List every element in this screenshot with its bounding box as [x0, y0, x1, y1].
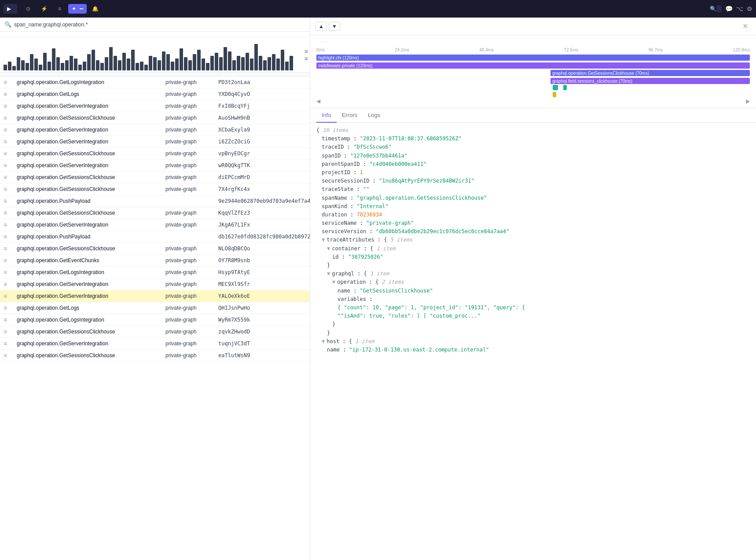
brand-logo[interactable]: ▶	[4, 4, 17, 14]
table-row[interactable]: ≡ graphql.operation.GetLogs private-grap…	[0, 88, 310, 100]
github-icon[interactable]: ⌥	[736, 5, 743, 12]
timeline-axis-label: 48.4ms	[479, 48, 494, 52]
table-row[interactable]: ≡ graphql.operation.GetSessionsClickhous…	[0, 326, 310, 338]
table-row[interactable]: ≡ graphql.operation.GetSessionsClickhous…	[0, 207, 310, 219]
table-row[interactable]: ≡ graphql.operation.GetSessionsClickhous…	[0, 112, 310, 124]
json-line: spanID : "127e0e537bb4461a"	[316, 152, 750, 160]
row-span-name: graphql.operation.GetSessionsClickhouse	[17, 329, 165, 335]
trace-meta	[316, 41, 750, 42]
chart-bar	[268, 57, 271, 70]
table-row[interactable]: ≡ graphql.operation.GetServerIntegration…	[0, 100, 310, 112]
row-menu-icon[interactable]: ≡	[4, 269, 17, 276]
table-row[interactable]: ≡ graphql.operation.GetServerIntegration…	[0, 290, 310, 302]
nav-buttons: ▲ ▼	[316, 22, 347, 31]
table-row[interactable]: ≡ graphql.operation.GetLogsIntegration p…	[0, 77, 310, 88]
row-menu-icon[interactable]: ≡	[4, 281, 17, 288]
row-menu-icon[interactable]: ≡	[4, 150, 17, 157]
json-line: spanKind : "Internal"	[316, 202, 750, 211]
row-menu-icon[interactable]: ≡	[4, 198, 17, 205]
table-row[interactable]: ≡ graphql.operation.PushPayload db1627e0…	[0, 231, 310, 243]
row-menu-icon[interactable]: ≡	[4, 79, 17, 86]
sub-span-bar[interactable]: graphql.operation.GetSessionsClickhouse …	[550, 70, 750, 76]
row-menu-icon[interactable]: ≡	[4, 245, 17, 252]
json-line: spanName : "graphql.operation.GetSession…	[316, 194, 750, 202]
timeline-axis-label: 96.7ms	[648, 48, 663, 52]
span-marker[interactable]	[563, 85, 567, 90]
row-menu-icon[interactable]: ≡	[4, 328, 17, 335]
discord-icon[interactable]: 💬	[725, 5, 733, 12]
nav-logs[interactable]: ≡	[55, 4, 66, 14]
table-row[interactable]: ≡ graphql.operation.GetSessionsClickhous…	[0, 172, 310, 183]
row-menu-icon[interactable]: ≡	[4, 91, 17, 98]
timeline-bar[interactable]: middleware.private (120ms)	[316, 62, 750, 69]
table-row[interactable]: ≡ graphql.operation.GetLogsIntegration p…	[0, 267, 310, 278]
scroll-left-icon[interactable]: ◀	[316, 98, 320, 104]
chart-bar	[48, 62, 51, 70]
span-marker[interactable]	[553, 92, 556, 97]
table-row[interactable]: ≡ graphql.operation.GetServerIntegration…	[0, 219, 310, 231]
row-menu-icon[interactable]: ≡	[4, 257, 17, 264]
nav-more[interactable]	[106, 7, 113, 11]
chart-bar	[92, 50, 95, 70]
row-service: private-graph	[165, 210, 218, 216]
nav-sessions[interactable]: ⊙	[22, 4, 36, 14]
trace-title	[310, 35, 756, 44]
row-menu-icon[interactable]: ≡	[4, 174, 17, 181]
table-row[interactable]: ≡ graphql.operation.GetSessionsClickhous…	[0, 350, 310, 362]
row-menu-icon[interactable]: ≡	[4, 293, 17, 300]
table-row[interactable]: ≡ graphql.operation.GetServerIntegration…	[0, 136, 310, 148]
tab-errors[interactable]: Errors	[337, 108, 363, 123]
table-row[interactable]: ≡ graphql.operation.GetEventChunks priva…	[0, 255, 310, 267]
table-row[interactable]: ≡ graphql.operation.GetLogs private-grap…	[0, 302, 310, 314]
tab-info[interactable]: Info	[316, 108, 337, 123]
settings-icon[interactable]: ⚙	[747, 5, 752, 12]
nav-down-button[interactable]: ▼	[329, 22, 340, 31]
row-menu-icon[interactable]: ≡	[4, 126, 17, 133]
table-row[interactable]: ≡ graphql.operation.GetServerIntegration…	[0, 338, 310, 350]
row-span-name: graphql.operation.GetSessionsClickhouse	[17, 115, 165, 121]
table-row[interactable]: ≡ graphql.operation.GetServerIntegration…	[0, 278, 310, 290]
timeline-bar[interactable]: highlight.chi (120ms)	[316, 55, 750, 61]
row-menu-icon[interactable]: ≡	[4, 186, 17, 193]
row-menu-icon[interactable]: ≡	[4, 304, 17, 311]
row-menu-icon[interactable]: ≡	[4, 102, 17, 110]
row-menu-icon[interactable]: ≡	[4, 162, 17, 169]
row-menu-icon[interactable]: ≡	[4, 138, 17, 145]
errors-icon: ⚡	[41, 6, 48, 12]
chart-bar	[144, 65, 148, 70]
table-row[interactable]: ≡ graphql.operation.GetLogsIntegration p…	[0, 314, 310, 326]
row-menu-icon[interactable]: ≡	[4, 352, 17, 359]
row-menu-icon[interactable]: ≡	[4, 209, 17, 216]
table-row[interactable]: ≡ graphql.operation.GetSessionsClickhous…	[0, 243, 310, 255]
chart-bar	[105, 57, 108, 70]
chart-bar	[232, 60, 236, 70]
search-input[interactable]	[14, 22, 305, 28]
row-menu-icon[interactable]: ≡	[4, 340, 17, 347]
nav-up-button[interactable]: ▲	[316, 22, 327, 31]
table-row[interactable]: ≡ graphql.operation.GetServerIntegration…	[0, 160, 310, 172]
chart-expand-icon[interactable]: ≡	[305, 55, 308, 62]
row-menu-icon[interactable]: ≡	[4, 221, 17, 228]
span-marker[interactable]	[553, 85, 558, 90]
table-row[interactable]: ≡ graphql.operation.GetSessionsClickhous…	[0, 183, 310, 195]
nav-traces[interactable]: ✦	[68, 4, 87, 14]
row-trace-id: wR0QQkgTTK	[218, 162, 289, 168]
search-shortcut[interactable]: 🔍	[710, 6, 722, 12]
row-span-name: graphql.operation.GetSessionsClickhouse	[17, 352, 165, 359]
close-button[interactable]: ✕	[740, 21, 751, 31]
table-row[interactable]: ≡ graphql.operation.GetSessionsClickhous…	[0, 148, 310, 160]
row-menu-icon[interactable]: ≡	[4, 316, 17, 323]
row-menu-icon[interactable]: ≡	[4, 233, 17, 240]
row-trace-id: zqvkZHwodD	[218, 329, 289, 335]
sub-span-bar[interactable]: graphql.field.sessions_clickhouse (70ms)	[550, 78, 750, 84]
timeline-axis-label: 0ms	[316, 48, 325, 52]
row-span-name: graphql.operation.GetServerIntegration	[17, 293, 165, 299]
table-row[interactable]: ≡ graphql.operation.GetServerIntegration…	[0, 124, 310, 136]
chart-collapse-icon[interactable]: ≡	[305, 48, 308, 55]
table-row[interactable]: ≡ graphql.operation.PushPayload 9e2944e0…	[0, 195, 310, 207]
tab-logs[interactable]: Logs	[363, 108, 385, 123]
nav-errors[interactable]: ⚡	[37, 4, 53, 14]
row-menu-icon[interactable]: ≡	[4, 114, 17, 121]
nav-alerts[interactable]: 🔔	[88, 4, 104, 14]
scroll-right-icon[interactable]: ▶	[746, 98, 750, 104]
